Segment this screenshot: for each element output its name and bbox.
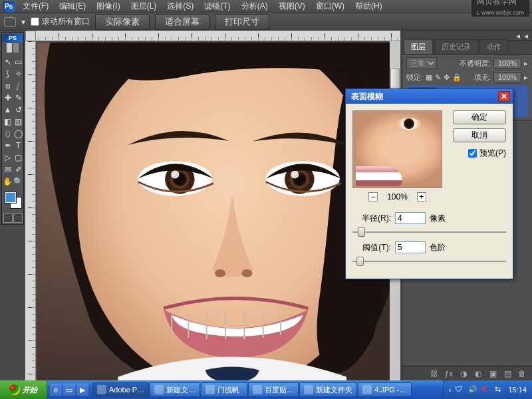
menu-filter[interactable]: 滤镜(T) (201, 1, 233, 12)
path-tool[interactable]: ▷ (3, 152, 13, 163)
task-photoshop[interactable]: Adobe P… (92, 382, 149, 397)
adjustment-icon[interactable]: ◐ (473, 369, 483, 378)
shape-tool[interactable]: ▢ (13, 152, 23, 163)
pen-tool[interactable]: ✒ (3, 140, 13, 151)
task-baidu[interactable]: 百度贴… (248, 382, 299, 397)
fill-value[interactable]: 100% (493, 72, 521, 82)
new-layer-icon[interactable]: ▤ (503, 369, 512, 378)
tab-layers[interactable]: 图层 (404, 39, 433, 54)
lock-move-icon[interactable]: ✥ (444, 73, 450, 82)
mask-icon[interactable]: ◑ (459, 369, 468, 378)
task-doc1[interactable]: 新建文… (150, 382, 200, 397)
threshold-slider[interactable] (352, 256, 506, 267)
print-size-button[interactable]: 打印尺寸 (215, 14, 269, 30)
toolbox-column-toggle[interactable] (7, 43, 12, 53)
quickmask-toggle[interactable] (3, 213, 13, 223)
menu-bar: Ps 文件(F) 编辑(E) 图像(I) 图层(L) 选择(S) 滤镜(T) 分… (0, 0, 532, 13)
threshold-label: 阈值(T): (352, 242, 391, 253)
notes-tool[interactable]: ✉ (3, 164, 13, 175)
blend-mode-select[interactable]: 正常 (406, 57, 437, 69)
close-icon[interactable]: ✕ (498, 91, 510, 102)
preview-checkbox[interactable]: 预览(P) (449, 148, 506, 159)
task-folder2[interactable]: 新建文件夹 (299, 382, 357, 397)
trash-icon[interactable]: 🗑 (517, 369, 527, 378)
ql-player-icon[interactable]: ▶ (76, 384, 88, 396)
menu-layer[interactable]: 图层(L) (128, 1, 160, 12)
folder-icon (304, 385, 313, 394)
fit-screen-button[interactable]: 适合屏幕 (155, 14, 209, 30)
ruler-origin[interactable] (25, 31, 36, 41)
move-tool[interactable]: ↖ (3, 56, 13, 67)
toolbox-panel: PS ↖ ▭ ⟆ ✧ ⧈ ⎷ ✚ ✎ ▲ ↺ ◧ ▥ ⬯ ◯ ✒ T ▷ ▢ ✉… (1, 32, 24, 225)
stamp-tool[interactable]: ▲ (3, 104, 13, 115)
lock-trans-icon[interactable]: ▦ (426, 73, 432, 82)
marquee-tool[interactable]: ▭ (13, 56, 23, 67)
type-tool[interactable]: T (13, 140, 23, 151)
wand-tool[interactable]: ✧ (13, 68, 23, 79)
task-image[interactable]: 4.JPG -… (358, 382, 411, 397)
radius-input[interactable] (395, 212, 426, 224)
threshold-input[interactable] (395, 241, 426, 253)
gradient-tool[interactable]: ▥ (13, 116, 23, 127)
opacity-value[interactable]: 100% (493, 58, 521, 68)
hand-tool-icon[interactable] (4, 17, 16, 27)
tab-history[interactable]: 历史记录 (434, 39, 478, 54)
svg-point-8 (215, 269, 225, 277)
foreground-color[interactable] (5, 192, 16, 203)
app-logo-icon: Ps (3, 1, 15, 12)
menu-window[interactable]: 窗口(W) (313, 1, 347, 12)
group-icon[interactable]: ▣ (488, 369, 497, 378)
image-icon (362, 385, 372, 394)
tab-actions[interactable]: 动作 (479, 39, 509, 54)
history-brush-tool[interactable]: ↺ (13, 104, 23, 115)
tray-shield-icon[interactable]: 🛡 (455, 385, 464, 394)
brush-tool[interactable]: ✎ (13, 92, 23, 103)
link-layers-icon[interactable]: ⛓ (430, 369, 439, 378)
menu-help[interactable]: 帮助(H) (352, 1, 385, 12)
slice-tool[interactable]: ⎷ (13, 80, 23, 91)
ps-icon (97, 385, 106, 394)
ok-button[interactable]: 确定 (453, 110, 506, 124)
start-button[interactable]: 开始 (0, 380, 47, 399)
preview-image[interactable] (352, 110, 442, 188)
blur-tool[interactable]: ⬯ (3, 128, 13, 139)
lock-all-icon[interactable]: 🔒 (452, 73, 462, 82)
zoom-out-button[interactable]: − (368, 192, 378, 201)
task-folder1[interactable]: 门脱帆 (201, 382, 247, 397)
eyedropper-tool[interactable]: ✐ (13, 164, 23, 175)
opacity-label: 不透明度: (460, 59, 491, 68)
menu-view[interactable]: 视图(V) (276, 1, 308, 12)
menu-image[interactable]: 图像(I) (94, 1, 122, 12)
zoom-in-button[interactable]: + (417, 192, 426, 201)
fx-icon[interactable]: ƒx (444, 369, 454, 378)
hand-tool[interactable]: ✋ (3, 176, 13, 187)
dialog-titlebar[interactable]: 表面模糊 ✕ (346, 89, 513, 104)
toolbox-column-toggle-b[interactable] (13, 43, 19, 53)
screenmode-toggle[interactable] (13, 213, 23, 223)
ql-desktop-icon[interactable]: ▭ (63, 384, 75, 396)
actual-pixels-button[interactable]: 实际像素 (95, 14, 150, 30)
zoom-tool[interactable]: 🔍 (13, 176, 23, 187)
tray-volume-icon[interactable]: 🔊 (468, 385, 477, 394)
menu-edit[interactable]: 编辑(E) (57, 1, 88, 12)
radius-slider[interactable] (352, 227, 506, 237)
heal-tool[interactable]: ✚ (3, 92, 13, 103)
scroll-all-checkbox[interactable]: 滚动所有窗口 (31, 16, 90, 27)
taskbar-clock[interactable]: 15:14 (508, 386, 527, 394)
lock-paint-icon[interactable]: ✎ (435, 73, 441, 82)
menu-analysis[interactable]: 分析(A) (239, 1, 271, 12)
tray-net-icon[interactable]: ⇆ (495, 385, 504, 394)
eraser-tool[interactable]: ◧ (3, 116, 13, 127)
ruler-vertical[interactable] (25, 41, 36, 380)
lasso-tool[interactable]: ⟆ (3, 68, 13, 79)
menu-file[interactable]: 文件(F) (20, 1, 51, 12)
tray-k-icon[interactable]: K (481, 385, 491, 394)
tray-expand-icon[interactable]: ‹ (449, 386, 452, 394)
ruler-horizontal[interactable] (25, 31, 400, 41)
ql-ie-icon[interactable]: e (50, 384, 62, 396)
crop-tool[interactable]: ⧈ (3, 80, 13, 91)
toolbox-header[interactable]: PS (3, 34, 23, 42)
cancel-button[interactable]: 取消 (453, 128, 506, 142)
dodge-tool[interactable]: ◯ (13, 128, 23, 139)
menu-select[interactable]: 选择(S) (164, 1, 196, 12)
